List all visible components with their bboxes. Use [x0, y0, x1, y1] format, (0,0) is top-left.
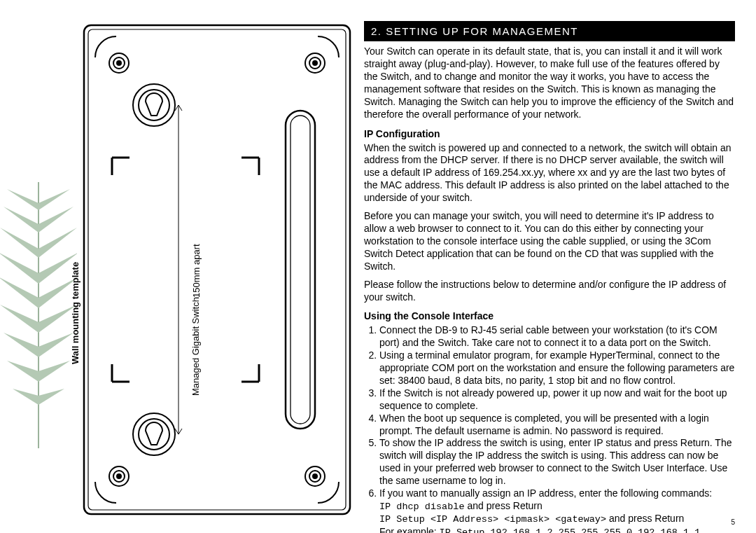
example-prefix: For example:	[379, 526, 440, 533]
svg-rect-20	[290, 116, 310, 424]
step-4: When the boot up sequence is completed, …	[379, 413, 735, 438]
ipconfig-heading: IP Configuration	[364, 128, 735, 141]
step-2: Using a terminal emulator program, for e…	[379, 349, 735, 387]
svg-point-13	[313, 474, 317, 478]
ipconfig-p2: Before you can manage your switch, you w…	[364, 210, 735, 273]
svg-point-10	[117, 474, 121, 478]
step-1: Connect the DB-9 to RJ-45 serial cable b…	[379, 324, 735, 349]
svg-rect-19	[286, 111, 315, 429]
ipconfig-p1: When the switch is powered up and connec…	[364, 142, 735, 205]
step-5: To show the IP address the switch is usi…	[379, 437, 735, 487]
step6-intro: If you want to manually assign an IP add…	[379, 487, 712, 499]
console-steps: Connect the DB-9 to RJ-45 serial cable b…	[364, 324, 735, 533]
svg-rect-1	[88, 29, 346, 510]
cmd1-suffix: and press Return	[465, 500, 542, 511]
svg-point-4	[117, 61, 121, 65]
ipconfig-p3: Please follow the instructions below to …	[364, 279, 735, 304]
cmd1: IP dhcp disable	[379, 501, 465, 512]
section-header: 2. SETTING UP FOR MANAGEMENT	[364, 21, 735, 41]
step-3: If the Switch is not already powered up,…	[379, 387, 735, 413]
mounting-template-diagram	[77, 21, 357, 518]
fern-decoration	[0, 182, 77, 448]
cmd2: IP Setup <IP Address> <ipmask> <gateway>	[379, 514, 606, 525]
cmd2-suffix: and press Return	[606, 513, 684, 524]
console-heading: Using the Console Interface	[364, 310, 735, 323]
intro-paragraph: Your Switch can operate in its default s…	[364, 46, 735, 120]
left-column: Wall mounting template Managed Gigabit S…	[21, 21, 343, 520]
example-cmd: IP Setup 192.168.1.2 255.255.255.0 192.1…	[440, 527, 701, 533]
svg-point-7	[313, 61, 317, 65]
page-number: 5	[731, 518, 735, 526]
step-6: If you want to manually assign an IP add…	[379, 487, 735, 533]
right-column: 2. SETTING UP FOR MANAGEMENT Your Switch…	[343, 21, 735, 520]
